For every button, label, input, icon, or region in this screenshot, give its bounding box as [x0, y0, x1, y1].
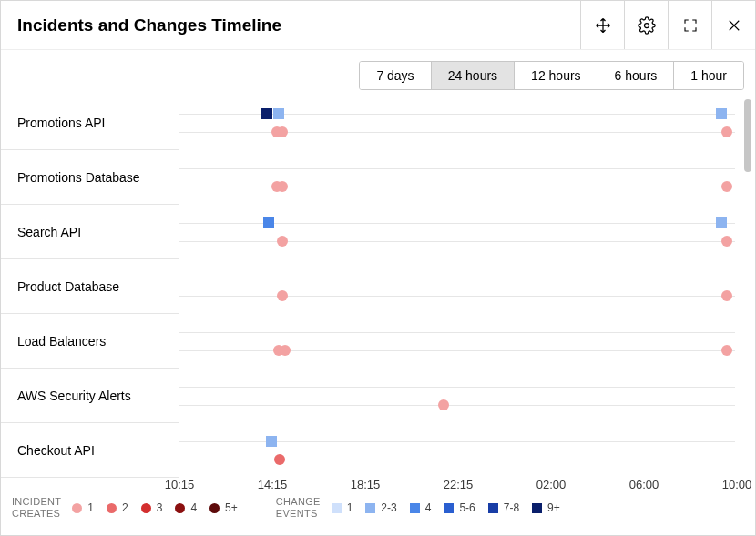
svg-point-0 — [644, 23, 649, 27]
vertical-scrollbar[interactable] — [744, 99, 751, 172]
range-button[interactable]: 1 hour — [674, 62, 743, 89]
legend-incident-item: 3 — [141, 501, 163, 514]
move-icon — [594, 16, 612, 35]
row-label: Product Database — [1, 259, 179, 314]
change-marker[interactable] — [263, 217, 274, 228]
gear-icon — [638, 16, 656, 35]
gridline — [179, 405, 735, 406]
gridline — [179, 296, 735, 297]
legend-incident-item: 4 — [175, 501, 197, 514]
move-button[interactable] — [580, 1, 624, 49]
legend-changes-items: 12-345-67-89+ — [332, 501, 560, 514]
incident-marker[interactable] — [721, 290, 732, 301]
row-labels: Promotions APIPromotions DatabaseSearch … — [1, 96, 179, 478]
legend-incidents-title: INCIDENT CREATES — [12, 496, 61, 519]
fullscreen-button[interactable] — [668, 1, 711, 49]
row-label: Promotions API — [1, 96, 179, 150]
row-label: AWS Security Alerts — [1, 369, 179, 423]
close-button[interactable] — [711, 1, 755, 49]
incident-marker[interactable] — [721, 126, 732, 137]
change-marker[interactable] — [716, 108, 727, 119]
titlebar: Incidents and Changes Timeline — [1, 1, 755, 50]
row-label: Checkout API — [1, 423, 179, 478]
x-axis-tick: 10:15 — [165, 478, 195, 491]
chart-zone: Promotions APIPromotions DatabaseSearch … — [1, 96, 755, 535]
row-label: Search API — [1, 205, 179, 259]
range-button[interactable]: 24 hours — [432, 62, 515, 89]
gridline — [179, 132, 735, 133]
legend-incident-item: 2 — [107, 501, 128, 514]
panel-root: Incidents and Changes Timeline — [0, 0, 756, 536]
legend-change-item: 4 — [410, 501, 432, 514]
incident-marker[interactable] — [721, 236, 732, 247]
fullscreen-icon — [682, 17, 699, 34]
change-marker[interactable] — [261, 108, 272, 119]
incident-marker[interactable] — [277, 181, 288, 192]
x-axis-tick: 06:00 — [629, 478, 659, 491]
legend-change-item: 5-6 — [444, 501, 475, 514]
legend: INCIDENT CREATES 12345+ CHANGE EVENTS 12… — [12, 491, 744, 524]
legend-change-item: 9+ — [532, 501, 560, 514]
gridline — [179, 241, 735, 242]
title-actions — [580, 1, 755, 49]
gridline — [179, 460, 735, 460]
panel-title: Incidents and Changes Timeline — [17, 15, 281, 35]
close-icon — [726, 17, 742, 34]
gridline — [179, 332, 735, 333]
legend-change-item: 7-8 — [488, 501, 519, 514]
legend-incident-item: 1 — [72, 501, 94, 514]
range-button[interactable]: 7 days — [360, 62, 431, 89]
incident-marker[interactable] — [277, 126, 288, 137]
range-selector-row: 7 days24 hours12 hours6 hours1 hour — [1, 50, 755, 94]
incident-marker[interactable] — [438, 399, 449, 410]
incident-marker[interactable] — [721, 181, 732, 192]
settings-button[interactable] — [624, 1, 668, 49]
gridline — [179, 441, 735, 442]
legend-incidents-items: 12345+ — [72, 501, 237, 514]
legend-incident-item: 5+ — [209, 501, 238, 514]
range-selector: 7 days24 hours12 hours6 hours1 hour — [359, 61, 744, 90]
x-axis-tick: 02:00 — [536, 478, 567, 491]
legend-change-item: 2-3 — [365, 501, 396, 514]
gridline — [179, 278, 735, 278]
incident-marker[interactable] — [280, 345, 291, 356]
change-marker[interactable] — [273, 108, 284, 119]
incident-marker[interactable] — [277, 290, 288, 301]
row-label: Promotions Database — [1, 150, 179, 205]
gridline — [179, 350, 735, 351]
change-marker[interactable] — [266, 436, 277, 447]
gridline — [179, 187, 735, 187]
x-axis-tick: 14:15 — [258, 478, 288, 491]
plot-area[interactable] — [179, 96, 735, 460]
row-label: Load Balancers — [1, 314, 179, 369]
x-axis-tick: 22:15 — [444, 478, 474, 491]
gridline — [179, 168, 735, 169]
range-button[interactable]: 12 hours — [515, 62, 598, 89]
incident-marker[interactable] — [277, 236, 288, 247]
change-marker[interactable] — [716, 217, 727, 228]
x-axis-tick: 10:00 — [722, 478, 752, 491]
legend-change-item: 1 — [332, 501, 353, 514]
incident-marker[interactable] — [274, 454, 285, 465]
x-axis-tick: 18:15 — [351, 478, 381, 491]
range-button[interactable]: 6 hours — [598, 62, 675, 89]
gridline — [179, 387, 735, 388]
incident-marker[interactable] — [721, 345, 732, 356]
legend-changes-title: CHANGE EVENTS — [276, 496, 321, 519]
